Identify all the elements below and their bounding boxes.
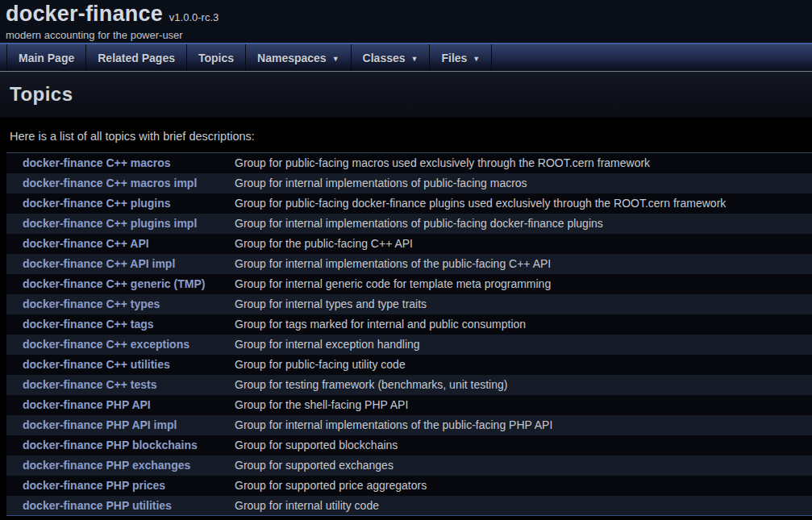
topic-name-cell: docker-finance C++ API: [6, 234, 235, 254]
topic-row: docker-finance PHP utilities Group for i…: [6, 496, 812, 516]
topic-description: Group for tags marked for internal and p…: [235, 314, 812, 335]
topic-link[interactable]: docker-finance PHP exchanges: [23, 459, 190, 472]
nav-tab-list: Main Page Related Pages Topics Namespace…: [0, 44, 812, 71]
topic-name-cell: docker-finance C++ generic (TMP): [6, 274, 235, 294]
topic-name-cell: docker-finance C++ exceptions: [6, 335, 235, 355]
chevron-down-icon: ▼: [332, 55, 339, 63]
project-version: v1.0.0-rc.3: [169, 11, 219, 23]
topic-link[interactable]: docker-finance PHP API: [23, 398, 151, 411]
topic-link[interactable]: docker-finance C++ types: [23, 297, 160, 310]
nav-tab-namespaces[interactable]: Namespaces ▼: [245, 44, 351, 71]
topic-row: docker-finance PHP API Group for the she…: [6, 395, 812, 415]
nav-tab-label: Topics: [198, 52, 234, 64]
topic-description: Group for internal implementations of pu…: [235, 214, 812, 234]
topic-row: docker-finance C++ types Group for inter…: [6, 294, 812, 314]
topic-row: docker-finance C++ tests Group for testi…: [6, 375, 812, 395]
topic-link[interactable]: docker-finance C++ API impl: [23, 257, 175, 270]
nav-tab-files[interactable]: Files ▼: [429, 44, 492, 71]
topic-description: Group for internal utility code: [235, 496, 812, 516]
nav-tab-related-pages[interactable]: Related Pages: [85, 44, 186, 71]
nav-tab-label: Files: [441, 52, 467, 64]
topic-row: docker-finance C++ generic (TMP) Group f…: [6, 274, 812, 294]
topic-name-cell: docker-finance PHP prices: [6, 476, 235, 496]
topic-description: Group for internal implementations of pu…: [235, 173, 812, 193]
project-brief: modern accounting for the power-user: [6, 29, 812, 41]
topic-link[interactable]: docker-finance C++ generic (TMP): [23, 277, 205, 290]
page-title: Topics: [10, 83, 73, 106]
topic-row: docker-finance C++ macros impl Group for…: [6, 173, 812, 193]
page-contents: Here is a list of all topics with brief …: [0, 118, 812, 516]
intro-text: Here is a list of all topics with brief …: [0, 118, 812, 143]
topic-name-cell: docker-finance PHP API: [6, 395, 235, 415]
topic-description: Group for public-facing docker-finance p…: [235, 193, 812, 214]
nav-tab-classes[interactable]: Classes ▼: [351, 44, 430, 71]
topic-description: Group for supported blockchains: [235, 435, 812, 456]
topic-row: docker-finance C++ macros Group for publ…: [6, 153, 812, 173]
topic-description: Group for testing framework (benchmarks,…: [235, 375, 812, 395]
topic-row: docker-finance PHP blockchains Group for…: [6, 435, 812, 456]
topics-table: docker-finance C++ macros Group for publ…: [6, 152, 812, 516]
nav-tab-main-page[interactable]: Main Page: [6, 44, 85, 71]
chevron-down-icon: ▼: [473, 55, 480, 63]
topic-link[interactable]: docker-finance C++ utilities: [23, 358, 170, 371]
topic-name-cell: docker-finance PHP exchanges: [6, 456, 235, 476]
project-name-row: docker-finance v1.0.0-rc.3: [6, 2, 812, 27]
nav-tab-label: Related Pages: [98, 52, 175, 64]
topic-link[interactable]: docker-finance C++ exceptions: [23, 338, 189, 351]
topic-row: docker-finance C++ API Group for the pub…: [6, 234, 812, 254]
topic-name-cell: docker-finance C++ macros: [6, 153, 235, 173]
topic-name-cell: docker-finance C++ API impl: [6, 254, 235, 274]
topic-name-cell: docker-finance C++ tags: [6, 314, 235, 335]
nav-tab-label: Namespaces: [257, 52, 327, 64]
topic-row: docker-finance C++ exceptions Group for …: [6, 335, 812, 355]
chevron-down-icon: ▼: [411, 55, 418, 63]
title-area: docker-finance v1.0.0-rc.3 modern accoun…: [0, 0, 812, 43]
topic-description: Group for internal exception handling: [235, 335, 812, 355]
project-name: docker-finance: [6, 2, 163, 27]
topic-description: Group for public-facing utility code: [235, 355, 812, 375]
topic-row: docker-finance C++ tags Group for tags m…: [6, 314, 812, 335]
topic-name-cell: docker-finance C++ plugins impl: [6, 214, 235, 234]
topic-description: Group for internal generic code for temp…: [235, 274, 812, 294]
topic-link[interactable]: docker-finance PHP utilities: [23, 499, 172, 512]
topic-row: docker-finance C++ API impl Group for in…: [6, 254, 812, 274]
topic-name-cell: docker-finance PHP utilities: [6, 496, 235, 516]
topic-row: docker-finance PHP prices Group for supp…: [6, 476, 812, 496]
topic-row: docker-finance C++ plugins impl Group fo…: [6, 214, 812, 234]
nav-tab-topics[interactable]: Topics: [186, 44, 245, 71]
topic-description: Group for the shell-facing PHP API: [235, 395, 812, 415]
topic-link[interactable]: docker-finance C++ API: [23, 237, 149, 250]
topic-name-cell: docker-finance C++ macros impl: [6, 173, 235, 193]
nav-tab-label: Main Page: [19, 52, 74, 64]
topic-name-cell: docker-finance C++ utilities: [6, 355, 235, 375]
topic-description: Group for internal types and type traits: [235, 294, 812, 314]
topic-link[interactable]: docker-finance PHP API impl: [23, 418, 177, 431]
topic-link[interactable]: docker-finance PHP prices: [23, 479, 165, 492]
topic-link[interactable]: docker-finance C++ tags: [23, 318, 154, 331]
topic-link[interactable]: docker-finance C++ macros: [23, 156, 171, 169]
topic-link[interactable]: docker-finance C++ tests: [23, 378, 157, 391]
topic-name-cell: docker-finance PHP API impl: [6, 415, 235, 435]
topic-description: Group for internal implementations of th…: [235, 254, 812, 274]
topic-row: docker-finance C++ utilities Group for p…: [6, 355, 812, 375]
topic-description: Group for internal implementations of th…: [235, 415, 812, 435]
topic-name-cell: docker-finance C++ tests: [6, 375, 235, 395]
topic-link[interactable]: docker-finance PHP blockchains: [23, 439, 198, 451]
topic-description: Group for supported price aggregators: [235, 476, 812, 496]
topic-name-cell: docker-finance C++ plugins: [6, 193, 235, 214]
topic-name-cell: docker-finance C++ types: [6, 294, 235, 314]
topic-description: Group for supported exchanges: [235, 456, 812, 476]
topic-row: docker-finance PHP API impl Group for in…: [6, 415, 812, 435]
main-nav-bar: Main Page Related Pages Topics Namespace…: [0, 43, 812, 72]
topic-name-cell: docker-finance PHP blockchains: [6, 435, 235, 456]
page-header-band: Topics: [0, 72, 812, 118]
topic-link[interactable]: docker-finance C++ plugins impl: [23, 217, 197, 230]
topic-row: docker-finance PHP exchanges Group for s…: [6, 456, 812, 476]
topic-row: docker-finance C++ plugins Group for pub…: [6, 193, 812, 214]
topic-description: Group for the public-facing C++ API: [235, 234, 812, 254]
topic-link[interactable]: docker-finance C++ plugins: [23, 197, 171, 210]
nav-tab-label: Classes: [363, 52, 406, 64]
topic-link[interactable]: docker-finance C++ macros impl: [23, 177, 197, 189]
topic-description: Group for public-facing macros used excl…: [235, 153, 812, 173]
